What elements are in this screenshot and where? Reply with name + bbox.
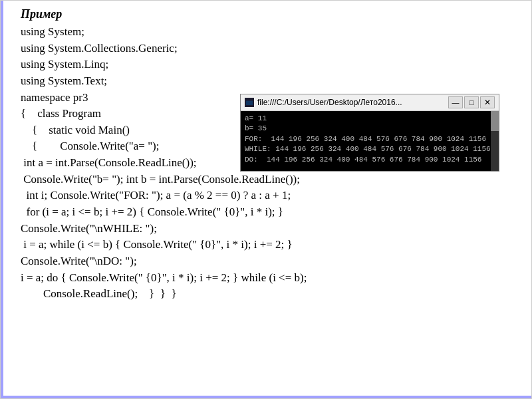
- console-controls: — □ ✕: [448, 96, 495, 108]
- code-line: int i; Console.Write("FOR: "); a = (a % …: [21, 188, 518, 204]
- console-app-icon: [245, 98, 254, 107]
- console-window[interactable]: file:///C:/Users/User/Desktop/Лето2016..…: [240, 94, 499, 172]
- console-output-line: a= 11: [245, 114, 495, 124]
- code-line: i = a; while (i <= b) { Console.Write(" …: [21, 237, 518, 253]
- close-button[interactable]: ✕: [480, 96, 495, 108]
- console-body: a= 11 b= 35 FOR: 144 196 256 324 400 484…: [241, 111, 499, 171]
- code-line: Console.Write("b= "); int b = int.Parse(…: [21, 172, 518, 188]
- bottom-border: [1, 396, 531, 398]
- console-output-line: b= 35: [245, 124, 495, 134]
- console-output-line: DO: 144 196 256 324 400 484 576 676 784 …: [245, 155, 495, 165]
- console-scrollbar-thumb[interactable]: [491, 111, 499, 131]
- code-line: Console.ReadLine(); } } }: [21, 286, 518, 303]
- code-line: i = a; do { Console.Write(" {0}", i * i)…: [21, 270, 518, 287]
- console-titlebar: file:///C:/Users/User/Desktop/Лето2016..…: [241, 94, 499, 111]
- main-container: Пример using System; using System.Collec…: [0, 0, 532, 399]
- console-output-line: WHILE: 144 196 256 324 400 484 576 676 7…: [245, 144, 495, 154]
- code-line: Console.Write("\nWHILE: ");: [21, 221, 518, 237]
- svg-rect-2: [246, 100, 253, 101]
- code-line: using System.Text;: [21, 73, 518, 90]
- minimize-button[interactable]: —: [448, 96, 463, 108]
- console-scrollbar[interactable]: [491, 111, 499, 171]
- code-line: Console.Write("\nDO: ");: [21, 253, 518, 270]
- code-line: for (i = a; i <= b; i += 2) { Console.Wr…: [21, 204, 518, 221]
- maximize-button[interactable]: □: [464, 96, 479, 108]
- left-border: [1, 1, 3, 398]
- code-line: using System.Collections.Generic;: [21, 41, 518, 57]
- console-titlebar-left: file:///C:/Users/User/Desktop/Лето2016..…: [245, 98, 402, 107]
- code-line: using System;: [21, 24, 518, 41]
- code-line: using System.Linq;: [21, 57, 518, 73]
- example-label: Пример: [21, 7, 518, 21]
- console-output-line: FOR: 144 196 256 324 400 484 576 676 784…: [245, 134, 495, 144]
- console-title: file:///C:/Users/User/Desktop/Лето2016..…: [257, 98, 402, 107]
